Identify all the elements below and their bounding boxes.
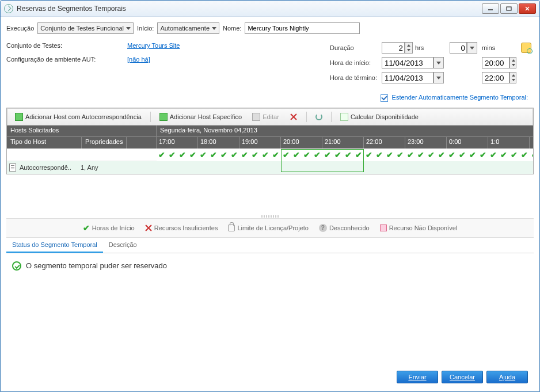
refresh-button[interactable] bbox=[311, 112, 326, 122]
timeslot-cell[interactable] bbox=[167, 161, 177, 174]
timeslot-cell[interactable] bbox=[229, 161, 239, 174]
timeslot-cell[interactable] bbox=[385, 161, 395, 174]
timeslot-cell[interactable] bbox=[198, 161, 208, 174]
submit-button[interactable]: Enviar bbox=[397, 371, 438, 383]
timeslot-cell[interactable]: ✔ bbox=[167, 149, 177, 161]
timeslot-cell[interactable]: ✔ bbox=[416, 149, 426, 161]
timeslot-cell[interactable]: ✔ bbox=[374, 149, 385, 161]
timeslot-cell[interactable] bbox=[157, 161, 167, 174]
execution-select[interactable]: Conjunto de Testes Funcional bbox=[37, 22, 134, 34]
timeslot-cell[interactable]: ✔ bbox=[530, 149, 533, 161]
timeslot-cell[interactable] bbox=[291, 161, 302, 174]
timeslot-cell[interactable]: ✔ bbox=[302, 149, 312, 161]
timeslot-cell[interactable] bbox=[322, 161, 333, 174]
timeslot-cell[interactable]: ✔ bbox=[364, 149, 374, 161]
timeslot-cell[interactable]: ✔ bbox=[405, 149, 416, 161]
timeslot-cell[interactable] bbox=[250, 161, 260, 174]
calc-availability-button[interactable]: Calcular Disponibilidade bbox=[336, 111, 423, 123]
calendar-suggest-icon[interactable] bbox=[521, 43, 531, 53]
timeslot-cell[interactable]: ✔ bbox=[157, 149, 167, 161]
timeslot-cell[interactable]: ✔ bbox=[333, 149, 343, 161]
timeslot-cell[interactable] bbox=[208, 161, 219, 174]
timeslot-cell[interactable] bbox=[530, 161, 533, 174]
timeslot-cell[interactable]: ✔ bbox=[239, 149, 250, 161]
timeslot-cell[interactable] bbox=[374, 161, 385, 174]
start-mode-select[interactable]: Automaticamente bbox=[157, 22, 219, 34]
timeslot-cell[interactable]: ✔ bbox=[260, 149, 271, 161]
timeslot-cell[interactable]: ✔ bbox=[198, 149, 208, 161]
timeslot-cell[interactable] bbox=[467, 161, 478, 174]
timeslot-cell[interactable]: ✔ bbox=[208, 149, 219, 161]
start-time-input[interactable] bbox=[482, 57, 509, 68]
timeslot-cell[interactable]: ✔ bbox=[478, 149, 488, 161]
end-date-input[interactable] bbox=[382, 72, 433, 83]
maximize-button[interactable] bbox=[500, 3, 518, 14]
timeslot-cell[interactable] bbox=[312, 161, 322, 174]
timeslot-cell[interactable]: ✔ bbox=[177, 149, 188, 161]
timeslot-cell[interactable] bbox=[343, 161, 353, 174]
timeslot-cell[interactable]: ✔ bbox=[291, 149, 302, 161]
timeslot-cell[interactable] bbox=[488, 161, 499, 174]
timeslot-cell[interactable]: ✔ bbox=[519, 149, 530, 161]
timeslot-cell[interactable] bbox=[271, 161, 281, 174]
env-config-link[interactable]: [não há] bbox=[127, 56, 150, 63]
timeslot-cell[interactable]: ✔ bbox=[395, 149, 405, 161]
duration-hours-input[interactable] bbox=[382, 42, 405, 54]
timeslot-cell[interactable] bbox=[509, 161, 519, 174]
timeslot-cell[interactable]: ✔ bbox=[343, 149, 353, 161]
timeslot-cell[interactable]: ✔ bbox=[488, 149, 499, 161]
start-time-spinner[interactable] bbox=[509, 57, 516, 68]
timeslot-cell[interactable] bbox=[416, 161, 426, 174]
timeslot-cell[interactable] bbox=[405, 161, 416, 174]
timeslot-cell[interactable] bbox=[364, 161, 374, 174]
timeslot-cell[interactable]: ✔ bbox=[385, 149, 395, 161]
name-input[interactable] bbox=[245, 22, 360, 34]
timeslot-cell[interactable] bbox=[447, 161, 457, 174]
add-automatch-host-button[interactable]: Adicionar Host com Autocorrespondência bbox=[11, 111, 146, 123]
tab-description[interactable]: Descrição bbox=[103, 238, 143, 253]
timeslot-cell[interactable] bbox=[333, 161, 343, 174]
timeslot-cell[interactable]: ✔ bbox=[188, 149, 198, 161]
start-date-input[interactable] bbox=[382, 57, 433, 68]
minimize-button[interactable] bbox=[482, 3, 499, 14]
host-row[interactable]: Autocorrespondê.. 1, Any bbox=[7, 161, 157, 174]
end-date-dropdown[interactable] bbox=[433, 72, 444, 83]
timeslot-cell[interactable]: ✔ bbox=[467, 149, 478, 161]
timeslot-cell[interactable] bbox=[302, 161, 312, 174]
start-date-dropdown[interactable] bbox=[433, 57, 444, 68]
add-specific-host-button[interactable]: Adicionar Host Específico bbox=[155, 111, 246, 123]
duration-mins-input[interactable] bbox=[450, 42, 467, 54]
timeslot-cell[interactable] bbox=[395, 161, 405, 174]
timeslot-cell[interactable] bbox=[177, 161, 188, 174]
timeslot-cell[interactable] bbox=[239, 161, 250, 174]
timeslot-cell[interactable] bbox=[436, 161, 447, 174]
timeslot-cell[interactable]: ✔ bbox=[312, 149, 322, 161]
timeslot-cell[interactable] bbox=[499, 161, 509, 174]
timeslot-cell[interactable]: ✔ bbox=[229, 149, 239, 161]
splitter[interactable] bbox=[6, 215, 534, 218]
timeslot-cell[interactable]: ✔ bbox=[499, 149, 509, 161]
close-button[interactable] bbox=[519, 3, 536, 14]
timeslot-cell[interactable] bbox=[219, 161, 229, 174]
timeslot-cell[interactable] bbox=[478, 161, 488, 174]
timeslot-cell[interactable]: ✔ bbox=[219, 149, 229, 161]
timeslot-cell[interactable]: ✔ bbox=[447, 149, 457, 161]
tab-status[interactable]: Status do Segmento Temporal bbox=[6, 238, 103, 253]
timeslot-cell[interactable] bbox=[260, 161, 271, 174]
timeslot-cell[interactable] bbox=[281, 161, 291, 174]
timeslot-cell[interactable]: ✔ bbox=[457, 149, 467, 161]
timeslot-cell[interactable] bbox=[457, 161, 467, 174]
testset-link[interactable]: Mercury Tours Site bbox=[127, 42, 180, 49]
end-time-spinner[interactable] bbox=[509, 72, 516, 83]
timeslot-cell[interactable] bbox=[426, 161, 436, 174]
timeslot-cell[interactable]: ✔ bbox=[509, 149, 519, 161]
hours-spinner[interactable] bbox=[405, 42, 413, 54]
timeslot-cell[interactable]: ✔ bbox=[250, 149, 260, 161]
timeslot-cell[interactable]: ✔ bbox=[426, 149, 436, 161]
cancel-button[interactable]: Cancelar bbox=[442, 371, 483, 383]
auto-extend-checkbox[interactable] bbox=[381, 94, 388, 102]
timeslot-cell[interactable]: ✔ bbox=[436, 149, 447, 161]
delete-host-button[interactable] bbox=[286, 111, 302, 123]
timeslot-cell[interactable] bbox=[188, 161, 198, 174]
timeslot-cell[interactable]: ✔ bbox=[322, 149, 333, 161]
